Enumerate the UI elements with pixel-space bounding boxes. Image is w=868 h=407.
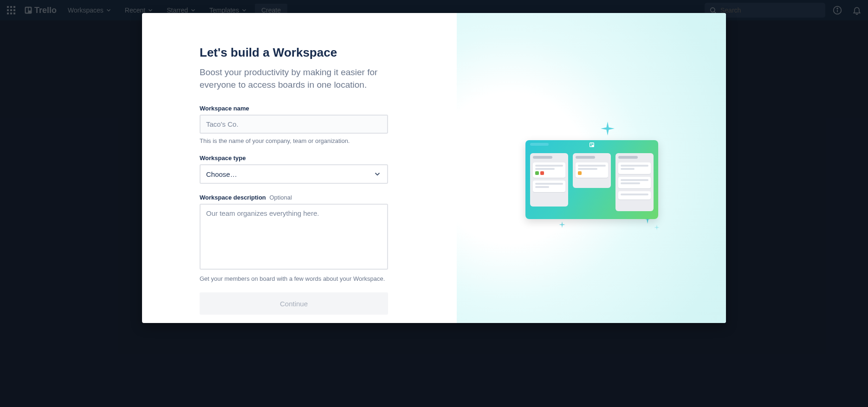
sparkle-icon (601, 122, 615, 136)
list-title-bar (576, 156, 595, 159)
trello-logo-icon (588, 142, 596, 148)
card-line (578, 168, 597, 170)
create-workspace-modal: Let's build a Workspace Boost your produ… (142, 13, 726, 323)
workspace-type-placeholder: Choose… (206, 170, 237, 178)
card-line (621, 165, 648, 167)
modal-illustration-panel (457, 13, 726, 323)
workspace-description-helper: Get your members on board with a few wor… (200, 275, 388, 282)
list-column (573, 153, 611, 188)
modal-title: Let's build a Workspace (200, 45, 410, 60)
modal-overlay: Let's build a Workspace Boost your produ… (0, 0, 868, 407)
label-dot (578, 171, 582, 175)
list-title-bar (533, 156, 552, 159)
workspace-description-optional: Optional (269, 194, 291, 201)
sparkle-icon (654, 225, 660, 230)
workspace-description-group: Workspace description Optional Get your … (200, 194, 388, 282)
workspace-type-select[interactable]: Choose… (200, 164, 388, 184)
workspace-name-helper: This is the name of your company, team o… (200, 137, 388, 144)
card-line (535, 165, 563, 167)
workspace-illustration (512, 108, 670, 228)
svg-rect-21 (592, 143, 594, 145)
card-line (535, 186, 549, 188)
workspace-description-label: Workspace description Optional (200, 194, 388, 201)
label-dot (535, 171, 539, 175)
card-illustration (618, 191, 651, 200)
board-header-bar (530, 143, 549, 146)
card-line (578, 165, 606, 167)
card-illustration (533, 181, 565, 192)
card-line (621, 179, 648, 181)
sparkle-icon (559, 221, 565, 228)
svg-rect-20 (590, 143, 592, 147)
list-title-bar (618, 156, 638, 159)
card-line (621, 168, 635, 170)
workspace-description-label-text: Workspace description (200, 194, 266, 201)
card-illustration (576, 162, 608, 178)
label-dot (540, 171, 544, 175)
modal-form-panel: Let's build a Workspace Boost your produ… (142, 13, 457, 323)
card-line (535, 183, 563, 185)
workspace-type-group: Workspace type Choose… (200, 155, 388, 184)
workspace-type-label: Workspace type (200, 155, 388, 162)
workspace-name-label: Workspace name (200, 105, 388, 112)
workspace-description-input[interactable] (200, 204, 388, 270)
workspace-name-group: Workspace name This is the name of your … (200, 105, 388, 144)
modal-subtitle: Boost your productivity by making it eas… (200, 66, 385, 91)
card-line (535, 168, 555, 170)
card-illustration (618, 177, 651, 188)
continue-button[interactable]: Continue (200, 292, 388, 315)
card-labels (535, 171, 563, 175)
continue-button-label: Continue (280, 300, 308, 308)
card-illustration (618, 162, 651, 174)
list-column (615, 153, 654, 211)
workspace-name-input[interactable] (200, 115, 388, 134)
card-labels (578, 171, 606, 175)
card-line (621, 182, 640, 184)
list-column (530, 153, 568, 207)
card-line (621, 194, 648, 195)
chevron-down-icon (373, 170, 382, 178)
card-illustration (533, 162, 565, 178)
board-illustration (525, 140, 658, 219)
